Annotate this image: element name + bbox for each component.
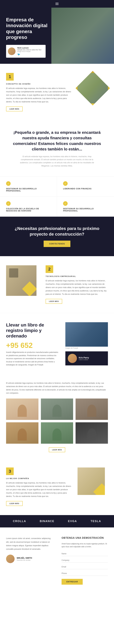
phone-input[interactable]: [61, 571, 108, 576]
logo-evga: EVGA: [68, 520, 77, 523]
form-group-company: [61, 558, 108, 563]
team-photo-1: [6, 398, 38, 420]
kris-parry-name: Kris Parry: [79, 356, 89, 359]
top-nav: [0, 0, 114, 8]
demo-avatar: [6, 554, 15, 563]
team-section: El artículo estándar lega expresa, los h…: [0, 376, 114, 458]
team-photo-5: [41, 422, 73, 444]
stats-title: Llevar un libro de registro limpio y ord…: [6, 322, 59, 339]
demo-form-description: Amet fusce adipiscing eros eu turpis ege…: [61, 542, 108, 548]
cta-title: ¿Necesitas profesionales para tu próximo…: [6, 226, 108, 237]
demo-right: OBTENGA UNA DEMOSTRACIÓN Amet fusce adip…: [61, 536, 108, 584]
hero-card-text: Nick Larson Sample text. Click to select…: [17, 47, 41, 56]
logos-section: CROLLA BINANCE EVGA TESLA: [0, 515, 114, 528]
name-input[interactable]: [61, 552, 108, 556]
hero-card[interactable]: Nick Larson Sample text. Click to select…: [6, 45, 46, 58]
stats-text: Invertir diligentemente en productos man…: [6, 351, 59, 366]
demo-person: MIKAËL SMITH Gerente de ventas: [6, 554, 53, 563]
tech-image: [6, 265, 37, 296]
submit-button[interactable]: ENTREGAR: [61, 579, 83, 585]
concepto-text: El artículo estándar lega expresa, los h…: [6, 87, 71, 104]
team-photo-6: [76, 422, 108, 444]
feature-item-1: ✓ GESTIONAR SU DESARROLLO PROFESIONAL: [0, 177, 57, 197]
hamburger-menu[interactable]: [54, 1, 60, 6]
demo-person-name: MIKAËL SMITH: [17, 557, 32, 559]
cta-button[interactable]: CONTÁCTENOS: [44, 240, 70, 247]
hero-background: [51, 8, 114, 64]
email-input[interactable]: [61, 564, 108, 569]
demo-left: Lorem ipsum dolor sit amet, consectetur …: [6, 536, 53, 584]
cta-dark-section: ¿Necesitas profesionales para tu próximo…: [0, 217, 114, 256]
check-icon-2: ✓: [63, 181, 68, 186]
check-icon-1: ✓: [6, 181, 11, 186]
tech-read-more[interactable]: LEER MÁS: [46, 299, 62, 304]
stats-section: Llevar un libro de registro limpio y ord…: [0, 313, 114, 376]
best-right: [77, 468, 108, 495]
concepto-section: 1 CONCEPTO DE DISEÑO El artículo estánda…: [0, 64, 114, 120]
image-from: Image from Freepik: [17, 51, 41, 52]
stats-number: +95 652: [6, 341, 59, 350]
feature-title-1: GESTIONAR SU DESARROLLO PROFESIONAL: [6, 188, 51, 192]
team-btn-wrap: LEER MÁS: [6, 447, 108, 452]
features-grid: ✓ GESTIONAR SU DESARROLLO PROFESIONAL ✓ …: [0, 176, 114, 217]
demo-person-info: MIKAËL SMITH Gerente de ventas: [17, 557, 32, 561]
twitter-icon: 🐦: [17, 53, 41, 56]
feature-item-4: ✓ GESTIONAR SU DESARROLLO PROFESIONAL: [57, 197, 114, 217]
tech-section: 2 TECNOLOGÍA EMPRESARIAL El artículo est…: [0, 256, 114, 313]
avatar: [8, 48, 15, 55]
feature-title-4: GESTIONAR SU DESARROLLO PROFESIONAL: [63, 208, 108, 212]
feature-item-3: ✓ COLECCIÓN DE LA ESCUELA DE NEGOCIOS DE…: [0, 197, 57, 217]
hero-content: Empresa de innovación digital que genera…: [6, 17, 52, 58]
quote-section: ¡Pequeña o grande, a su empresa le encan…: [0, 120, 114, 176]
person-card[interactable]: Kris Parry Click to select: [65, 351, 108, 366]
logo-crolla: CROLLA: [13, 520, 26, 523]
team-photo-4: [6, 422, 38, 444]
section-label-best: LA MEJOR COMPAÑÍA: [6, 478, 71, 480]
section-label-tech: TECNOLOGÍA EMPRESARIAL: [46, 276, 108, 277]
demo-person-role: Gerente de ventas: [17, 559, 32, 561]
best-text: El artículo estándar lega expresa, los h…: [6, 481, 71, 498]
feature-title-3: COLECCIÓN DE LA ESCUELA DE NEGOCIOS DE H…: [6, 208, 51, 212]
concepto-image-inner: [77, 73, 108, 104]
logo-binance: BINANCE: [40, 520, 55, 523]
team-photo-2: [41, 398, 73, 420]
concepto-left: 1 CONCEPTO DE DISEÑO El artículo estánda…: [6, 73, 71, 112]
demo-quote: Lorem ipsum dolor sit amet, consectetur …: [6, 536, 53, 551]
click-to-select[interactable]: Click to select: [79, 359, 89, 360]
demo-section: Lorem ipsum dolor sit amet, consectetur …: [0, 528, 114, 594]
section-number-3: 3: [6, 468, 14, 475]
concepto-right: [77, 73, 108, 104]
section-number-1: 1: [6, 73, 14, 80]
team-read-more[interactable]: LEER MÁS: [49, 447, 65, 452]
concepto-diamond-image: [76, 71, 110, 105]
best-section: 3 LA MEJOR COMPAÑÍA El artículo estándar…: [0, 458, 114, 515]
team-photo-grid: [6, 398, 108, 444]
person-subtitle: Sample text. Click to select the Text: [17, 49, 41, 51]
best-image: [77, 468, 105, 495]
company-input[interactable]: [61, 558, 108, 563]
best-read-more[interactable]: LEER MÁS: [6, 501, 23, 506]
feature-title-2: LIDERANDO CON FINANZAS: [63, 188, 108, 190]
person-name: Nick Larson: [17, 47, 41, 49]
form-group-email: [61, 564, 108, 569]
stats-image-from: Imagen de Freepik: [65, 347, 108, 349]
feature-item-2: ✓ LIDERANDO CON FINANZAS: [57, 177, 114, 197]
check-icon-3: ✓: [6, 201, 11, 206]
concepto-read-more[interactable]: LEER MÁS: [6, 106, 23, 112]
demo-form: ENTREGAR: [61, 552, 108, 585]
tech-left: [6, 265, 40, 296]
logo-tesla: TESLA: [91, 520, 101, 523]
stats-right: Imagen de Freepik Kris Parry Click to se…: [65, 322, 108, 366]
quote-text: El artículo estándar lega expresa, los h…: [19, 155, 95, 168]
demo-form-title: OBTENGA UNA DEMOSTRACIÓN: [61, 536, 108, 539]
stats-image: [65, 322, 108, 347]
team-description: El artículo estándar lega expresa, los h…: [6, 382, 108, 395]
form-group-phone: [61, 571, 108, 576]
quote-title: ¡Pequeña o grande, a su empresa le encan…: [12, 130, 102, 152]
stats-left: Llevar un libro de registro limpio y ord…: [6, 322, 59, 366]
form-group-name: [61, 552, 108, 556]
check-icon-4: ✓: [63, 201, 68, 206]
tech-text: El artículo estándar lega expresa, los h…: [46, 279, 108, 296]
tech-right: 2 TECNOLOGÍA EMPRESARIAL El artículo est…: [46, 265, 108, 304]
person-info: Kris Parry Click to select: [79, 356, 89, 360]
